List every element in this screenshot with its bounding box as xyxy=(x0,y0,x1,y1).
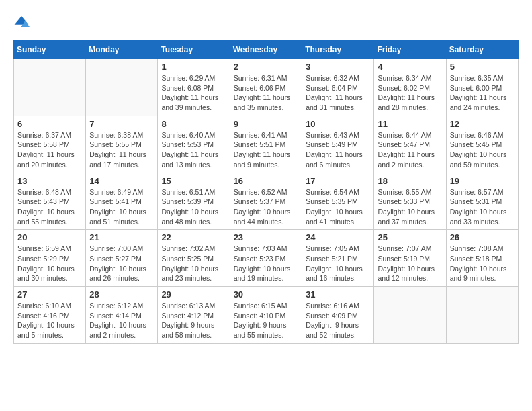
day-info: Sunrise: 6:16 AMSunset: 4:09 PMDaylight:… xyxy=(306,301,370,340)
day-number: 24 xyxy=(306,232,370,242)
calendar-cell: 31Sunrise: 6:16 AMSunset: 4:09 PMDayligh… xyxy=(302,287,374,344)
day-info: Sunrise: 7:00 AMSunset: 5:27 PMDaylight:… xyxy=(89,244,154,283)
calendar-cell: 27Sunrise: 6:10 AMSunset: 4:16 PMDayligh… xyxy=(14,287,86,344)
day-info: Sunrise: 6:43 AMSunset: 5:49 PMDaylight:… xyxy=(306,130,370,170)
day-number: 9 xyxy=(234,119,299,129)
calendar-cell: 30Sunrise: 6:15 AMSunset: 4:10 PMDayligh… xyxy=(230,287,302,344)
calendar-cell: 2Sunrise: 6:31 AMSunset: 6:06 PMDaylight… xyxy=(230,59,302,116)
weekday-header-sunday: Sunday xyxy=(14,41,86,59)
calendar-table: SundayMondayTuesdayWednesdayThursdayFrid… xyxy=(13,40,519,344)
day-info: Sunrise: 6:44 AMSunset: 5:47 PMDaylight:… xyxy=(378,130,442,170)
day-number: 17 xyxy=(306,176,370,186)
day-number: 18 xyxy=(378,176,442,186)
calendar-cell: 11Sunrise: 6:44 AMSunset: 5:47 PMDayligh… xyxy=(374,116,446,173)
calendar-cell: 18Sunrise: 6:55 AMSunset: 5:33 PMDayligh… xyxy=(374,173,446,230)
calendar-cell xyxy=(86,59,158,116)
weekday-header-wednesday: Wednesday xyxy=(230,41,302,59)
calendar-cell: 26Sunrise: 7:08 AMSunset: 5:18 PMDayligh… xyxy=(446,230,518,287)
calendar-cell: 25Sunrise: 7:07 AMSunset: 5:19 PMDayligh… xyxy=(374,230,446,287)
calendar-cell xyxy=(446,287,518,344)
logo xyxy=(13,13,32,30)
calendar-cell: 23Sunrise: 7:03 AMSunset: 5:23 PMDayligh… xyxy=(230,230,302,287)
calendar-cell: 29Sunrise: 6:13 AMSunset: 4:12 PMDayligh… xyxy=(158,287,230,344)
weekday-header-saturday: Saturday xyxy=(446,41,518,59)
day-number: 26 xyxy=(450,232,515,242)
calendar-week-3: 13Sunrise: 6:48 AMSunset: 5:43 PMDayligh… xyxy=(14,173,519,230)
day-info: Sunrise: 6:32 AMSunset: 6:04 PMDaylight:… xyxy=(306,73,370,113)
day-number: 27 xyxy=(17,289,82,300)
day-number: 13 xyxy=(17,176,82,186)
day-info: Sunrise: 6:35 AMSunset: 6:00 PMDaylight:… xyxy=(450,73,515,113)
calendar-cell xyxy=(374,287,446,344)
day-number: 12 xyxy=(450,119,515,129)
day-number: 19 xyxy=(450,176,515,186)
calendar-cell: 22Sunrise: 7:02 AMSunset: 5:25 PMDayligh… xyxy=(158,230,230,287)
calendar-cell: 8Sunrise: 6:40 AMSunset: 5:53 PMDaylight… xyxy=(158,116,230,173)
calendar-week-1: 1Sunrise: 6:29 AMSunset: 6:08 PMDaylight… xyxy=(14,59,519,116)
day-number: 10 xyxy=(306,119,370,129)
day-number: 28 xyxy=(89,289,154,300)
day-number: 6 xyxy=(17,119,82,129)
calendar-cell: 12Sunrise: 6:46 AMSunset: 5:45 PMDayligh… xyxy=(446,116,518,173)
day-number: 4 xyxy=(378,62,442,72)
day-number: 23 xyxy=(234,232,299,242)
calendar-cell: 13Sunrise: 6:48 AMSunset: 5:43 PMDayligh… xyxy=(14,173,86,230)
day-info: Sunrise: 6:13 AMSunset: 4:12 PMDaylight:… xyxy=(161,301,226,340)
day-number: 5 xyxy=(450,62,515,72)
weekday-header-thursday: Thursday xyxy=(302,41,374,59)
day-number: 2 xyxy=(234,62,299,72)
day-number: 20 xyxy=(17,232,82,242)
weekday-header-friday: Friday xyxy=(374,41,446,59)
day-number: 25 xyxy=(378,232,442,242)
calendar-cell: 28Sunrise: 6:12 AMSunset: 4:14 PMDayligh… xyxy=(86,287,158,344)
calendar-cell: 15Sunrise: 6:51 AMSunset: 5:39 PMDayligh… xyxy=(158,173,230,230)
day-info: Sunrise: 6:10 AMSunset: 4:16 PMDaylight:… xyxy=(17,301,82,340)
day-number: 21 xyxy=(89,232,154,242)
day-info: Sunrise: 6:55 AMSunset: 5:33 PMDaylight:… xyxy=(378,187,442,227)
day-number: 3 xyxy=(306,62,370,72)
day-info: Sunrise: 6:57 AMSunset: 5:31 PMDaylight:… xyxy=(450,187,515,227)
calendar-week-2: 6Sunrise: 6:37 AMSunset: 5:58 PMDaylight… xyxy=(14,116,519,173)
calendar-cell: 5Sunrise: 6:35 AMSunset: 6:00 PMDaylight… xyxy=(446,59,518,116)
day-info: Sunrise: 7:07 AMSunset: 5:19 PMDaylight:… xyxy=(378,244,442,283)
calendar-cell: 3Sunrise: 6:32 AMSunset: 6:04 PMDaylight… xyxy=(302,59,374,116)
logo-icon xyxy=(13,13,30,30)
day-info: Sunrise: 6:29 AMSunset: 6:08 PMDaylight:… xyxy=(161,73,226,113)
weekday-header-row: SundayMondayTuesdayWednesdayThursdayFrid… xyxy=(14,41,519,59)
weekday-header-monday: Monday xyxy=(86,41,158,59)
calendar-week-4: 20Sunrise: 6:59 AMSunset: 5:29 PMDayligh… xyxy=(14,230,519,287)
calendar-week-5: 27Sunrise: 6:10 AMSunset: 4:16 PMDayligh… xyxy=(14,287,519,344)
day-info: Sunrise: 6:41 AMSunset: 5:51 PMDaylight:… xyxy=(234,130,299,170)
day-number: 14 xyxy=(89,176,154,186)
day-info: Sunrise: 6:49 AMSunset: 5:41 PMDaylight:… xyxy=(89,187,154,227)
day-info: Sunrise: 6:12 AMSunset: 4:14 PMDaylight:… xyxy=(89,301,154,340)
page-header xyxy=(13,13,519,30)
calendar-cell: 24Sunrise: 7:05 AMSunset: 5:21 PMDayligh… xyxy=(302,230,374,287)
day-number: 31 xyxy=(306,289,370,300)
day-number: 11 xyxy=(378,119,442,129)
calendar-cell: 21Sunrise: 7:00 AMSunset: 5:27 PMDayligh… xyxy=(86,230,158,287)
calendar-cell: 9Sunrise: 6:41 AMSunset: 5:51 PMDaylight… xyxy=(230,116,302,173)
calendar-cell xyxy=(14,59,86,116)
calendar-cell: 14Sunrise: 6:49 AMSunset: 5:41 PMDayligh… xyxy=(86,173,158,230)
calendar-cell: 19Sunrise: 6:57 AMSunset: 5:31 PMDayligh… xyxy=(446,173,518,230)
day-info: Sunrise: 6:48 AMSunset: 5:43 PMDaylight:… xyxy=(17,187,82,227)
calendar-cell: 7Sunrise: 6:38 AMSunset: 5:55 PMDaylight… xyxy=(86,116,158,173)
calendar-cell: 1Sunrise: 6:29 AMSunset: 6:08 PMDaylight… xyxy=(158,59,230,116)
day-info: Sunrise: 6:54 AMSunset: 5:35 PMDaylight:… xyxy=(306,187,370,227)
calendar-cell: 17Sunrise: 6:54 AMSunset: 5:35 PMDayligh… xyxy=(302,173,374,230)
calendar-cell: 20Sunrise: 6:59 AMSunset: 5:29 PMDayligh… xyxy=(14,230,86,287)
day-info: Sunrise: 7:02 AMSunset: 5:25 PMDaylight:… xyxy=(161,244,226,283)
day-number: 29 xyxy=(161,289,226,300)
day-info: Sunrise: 6:34 AMSunset: 6:02 PMDaylight:… xyxy=(378,73,442,113)
day-info: Sunrise: 7:05 AMSunset: 5:21 PMDaylight:… xyxy=(306,244,370,283)
day-number: 7 xyxy=(89,119,154,129)
day-info: Sunrise: 6:40 AMSunset: 5:53 PMDaylight:… xyxy=(161,130,226,170)
calendar-cell: 4Sunrise: 6:34 AMSunset: 6:02 PMDaylight… xyxy=(374,59,446,116)
day-info: Sunrise: 6:51 AMSunset: 5:39 PMDaylight:… xyxy=(161,187,226,227)
calendar-cell: 10Sunrise: 6:43 AMSunset: 5:49 PMDayligh… xyxy=(302,116,374,173)
calendar-cell: 16Sunrise: 6:52 AMSunset: 5:37 PMDayligh… xyxy=(230,173,302,230)
day-info: Sunrise: 6:59 AMSunset: 5:29 PMDaylight:… xyxy=(17,244,82,283)
day-number: 1 xyxy=(161,62,226,72)
day-info: Sunrise: 6:37 AMSunset: 5:58 PMDaylight:… xyxy=(17,130,82,170)
